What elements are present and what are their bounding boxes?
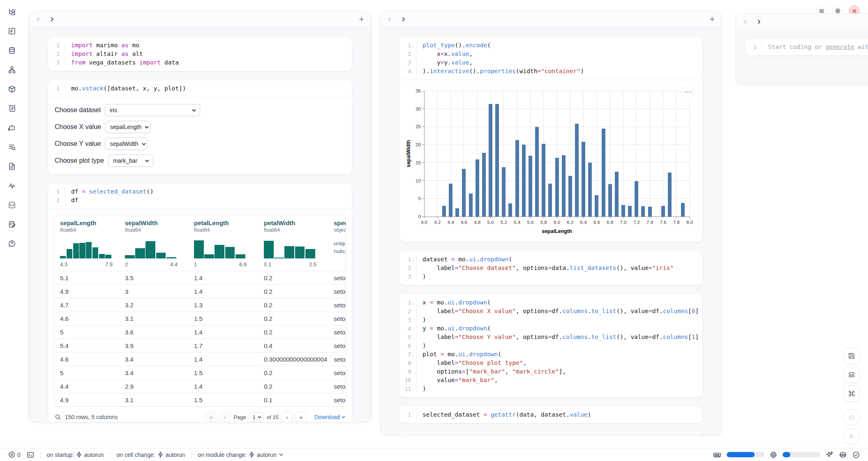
svg-text:7.6: 7.6 [660, 220, 666, 225]
code-editor[interactable]: 1plot_type = getattr(alt.Chart(df), plot… [399, 432, 702, 435]
table-cell: 0.2 [258, 325, 328, 339]
scratchpad-icon[interactable] [5, 218, 19, 230]
packages-icon[interactable] [5, 83, 19, 95]
connection-status-icon[interactable] [852, 451, 860, 459]
dependency-graph-icon[interactable] [5, 64, 19, 76]
table-cell: 1.5 [188, 393, 258, 406]
chevron-left-icon[interactable] [743, 19, 748, 24]
svg-text:4.0: 4.0 [421, 220, 427, 225]
chevron-right-icon[interactable] [50, 17, 55, 22]
table-cell: 4.6 [54, 312, 119, 325]
run-icon[interactable] [843, 428, 860, 445]
table-cell: setosa [328, 339, 346, 352]
svg-text:6.6: 6.6 [593, 220, 600, 225]
command-palette-icon[interactable] [843, 385, 860, 402]
search-icon[interactable] [55, 414, 61, 420]
cell-plot-type: 1plot_type = getattr(alt.Chart(df), plot… [399, 432, 702, 435]
table-cell: setosa [328, 366, 346, 379]
table-row[interactable]: 4.63.11.50.2setosa [54, 311, 346, 325]
svg-text:25: 25 [416, 124, 421, 129]
table-row[interactable]: 4.931.40.2setosa [54, 284, 346, 298]
table-cell: 3.2 [119, 298, 188, 311]
column-header[interactable]: sepalLengthfloat644.37.9 [54, 215, 119, 271]
altair-chart[interactable]: 4.04.24.44.64.85.05.25.45.65.86.06.26.46… [405, 85, 695, 238]
errors-indicator[interactable]: 0 [8, 451, 21, 458]
code-editor[interactable]: 12df = selected_dataset()df [48, 183, 352, 209]
table-cell: 3.9 [119, 339, 188, 352]
code-editor[interactable]: 1⌄23dataset = mo.ui.dropdown( label="Cho… [399, 251, 702, 285]
code-icon[interactable] [5, 199, 19, 211]
on-startup-setting[interactable]: on startup: autorun [40, 451, 104, 459]
dataset-select[interactable]: iris [105, 104, 200, 116]
svg-text:6.4: 6.4 [580, 220, 587, 225]
column-header[interactable]: sepalWidthfloat6424.4 [119, 215, 188, 271]
column-header[interactable]: petalWidthfloat640.12.5 [258, 215, 328, 271]
add-cell-button[interactable]: + [359, 15, 364, 24]
marimo-app: { "colors": { "accent": "#1673e6", "bar_… [0, 0, 868, 461]
table-cell: 1.4 [188, 271, 258, 284]
code-editor[interactable]: 1⌄234⌄567⌄891011x = mo.ui.dropdown( labe… [399, 294, 702, 397]
terminal-icon[interactable] [27, 451, 34, 459]
marimo-file-icon[interactable] [5, 25, 19, 37]
next-page-button[interactable]: › [282, 412, 293, 422]
table-row[interactable]: 53.61.40.2setosa [54, 325, 346, 339]
column-histogram [264, 237, 316, 258]
on-module-change-setting[interactable]: on module change: autorun [191, 451, 283, 459]
lightning-icon [158, 452, 163, 458]
chevron-right-icon[interactable] [757, 19, 762, 24]
table-cell: 2.9 [119, 380, 188, 393]
code-editor[interactable]: 1⌄234plot_type().encode( x=x.value, y=y.… [399, 37, 702, 80]
table-row[interactable]: 4.63.41.40.30000000000000004setosa [54, 352, 346, 366]
column-header[interactable]: petalLengthfloat6416.9 [188, 215, 258, 271]
table-cell: setosa [328, 380, 346, 393]
ai-sparkle-icon[interactable] [826, 451, 833, 459]
page-select[interactable]: 1 [249, 412, 264, 422]
chevron-left-icon[interactable] [387, 17, 392, 22]
help-icon[interactable] [5, 237, 19, 250]
datasources-icon[interactable] [5, 44, 19, 57]
table-cell: 1.4 [188, 285, 258, 298]
code-editor-placeholder[interactable]: 1Start coding or generate with AI [745, 39, 868, 55]
x-value-select[interactable]: sepalLength [105, 121, 150, 133]
prev-page-button[interactable]: ‹ [219, 412, 231, 422]
cell-dataset-dropdown: 1⌄23dataset = mo.ui.dropdown( label="Cho… [399, 251, 702, 285]
svg-text:0: 0 [418, 214, 421, 219]
table-row[interactable]: 5.13.51.40.2setosa [54, 271, 346, 284]
layout-icon[interactable] [843, 366, 860, 383]
first-page-button[interactable]: « [205, 412, 217, 422]
table-row[interactable]: 5.43.91.70.4setosa [54, 339, 346, 352]
chevron-left-icon[interactable] [36, 17, 41, 22]
plot-type-select[interactable]: mark_bar [108, 154, 153, 167]
download-button[interactable]: Download [314, 414, 345, 420]
snippets-icon[interactable] [5, 160, 19, 173]
file-tree-icon[interactable] [5, 6, 19, 18]
svg-text:5.4: 5.4 [514, 220, 521, 225]
chart-more-icon[interactable] [682, 86, 694, 98]
stop-icon[interactable] [843, 409, 860, 426]
tracer-icon[interactable] [5, 180, 19, 192]
add-cell-button[interactable]: + [709, 15, 715, 24]
table-row[interactable]: 4.93.11.50.1setosa [54, 393, 346, 406]
copilot-icon[interactable] [839, 451, 847, 459]
code-editor[interactable]: 1selected_dataset = getattr(data, datase… [399, 406, 702, 423]
last-page-button[interactable]: » [295, 412, 307, 422]
chevron-right-icon[interactable] [401, 17, 406, 22]
table-row[interactable]: 53.41.50.2setosa [54, 366, 346, 379]
column-histogram [194, 237, 246, 258]
save-icon[interactable] [843, 348, 860, 364]
code-editor[interactable]: 1mo.vstack([dataset, x, y, plot]) [48, 80, 352, 97]
column-header[interactable]: speciesobjectuniquenulls: [328, 215, 346, 271]
code-editor[interactable]: 123import marimo as moimport altair as a… [48, 37, 352, 71]
chat-icon[interactable] [5, 122, 19, 134]
svg-text:6.0: 6.0 [554, 220, 560, 225]
on-cell-change-setting[interactable]: on cell change: autorun [110, 451, 185, 459]
documentation-icon[interactable] [5, 102, 19, 115]
svg-text:sepalLength: sepalLength [542, 228, 572, 234]
table-row[interactable]: 4.42.91.40.2setosa [54, 379, 346, 393]
y-value-select[interactable]: sepalWidth [105, 138, 148, 150]
panel-left: + 123import marimo as moimport altair as… [29, 11, 371, 422]
logs-icon[interactable] [5, 141, 19, 153]
table-cell: 0.2 [258, 271, 328, 284]
table-row[interactable]: 4.73.21.30.2setosa [54, 298, 346, 311]
table-cell: setosa [328, 393, 346, 406]
